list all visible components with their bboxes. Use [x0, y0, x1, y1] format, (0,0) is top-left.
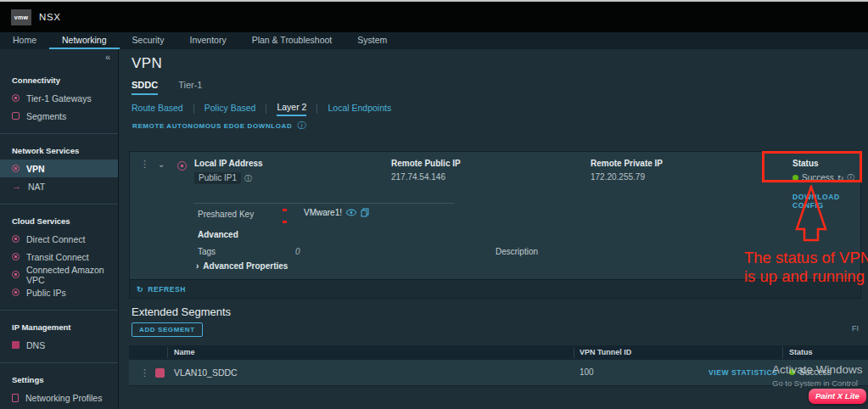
view-statistics-link[interactable]: VIEW STATISTICS: [708, 368, 777, 377]
tab-tier1[interactable]: Tier-1: [178, 80, 202, 95]
product-name: NSX: [39, 12, 60, 22]
sidebar-item-public-ips[interactable]: Public IPs: [0, 283, 118, 301]
show-password-icon[interactable]: [346, 209, 356, 216]
section-network-services: Network Services VPN → NAT: [0, 134, 118, 204]
nav-home[interactable]: Home: [0, 32, 49, 49]
dns-icon: [12, 341, 20, 349]
preshared-key-field[interactable]: VMware1!: [304, 208, 369, 217]
transit-connect-icon: [12, 253, 20, 261]
sidebar-item-tier1-gateways[interactable]: Tier-1 Gateways: [0, 89, 118, 107]
sidebar-item-label: Connected Amazon VPC: [26, 265, 118, 285]
section-title: Network Services: [0, 138, 118, 160]
annotation-text: The status of VPN is up and running: [744, 249, 868, 285]
copy-icon[interactable]: [361, 208, 369, 217]
col-remote-private-ip: Remote Private IP 172.20.255.79: [591, 159, 663, 182]
nav-system[interactable]: System: [344, 32, 400, 49]
sidebar-item-networking-profiles[interactable]: Networking Profiles: [0, 389, 118, 406]
annotation-up-arrow: [792, 185, 830, 243]
subtab-local-endpoints[interactable]: Local Endpoints: [328, 103, 391, 115]
sidebar-item-label: Networking Profiles: [25, 393, 102, 403]
segments-table-header: Name VPN Tunnel ID Status: [129, 345, 868, 360]
subtab-layer-2[interactable]: Layer 2: [277, 102, 306, 116]
tab-sddc[interactable]: SDDC: [132, 80, 158, 95]
tags-value: 0: [295, 247, 300, 256]
column-vpn-tunnel-id: VPN Tunnel ID: [580, 348, 631, 356]
preshared-key-value: VMware1!: [304, 208, 342, 217]
session-icon: [177, 161, 187, 171]
remote-private-ip-value: 172.20.255.79: [591, 172, 663, 182]
top-bar: vmw NSX: [0, 0, 868, 32]
col-local-ip: Local IP Address Public IP1 ⓘ: [194, 159, 263, 184]
subtab-route-based[interactable]: Route Based: [132, 103, 183, 115]
page-title: VPN: [132, 55, 162, 72]
advanced-label: Advanced: [198, 230, 238, 239]
filter-label-clipped[interactable]: FI: [852, 324, 859, 333]
description-label: Description: [496, 247, 538, 256]
annotation-line-1: The status of VPN: [744, 249, 868, 267]
tags-label: Tags: [198, 247, 216, 256]
advanced-properties-toggle[interactable]: › Advanced Properties: [196, 261, 288, 271]
nsx-vpn-screen: { "topbar": { "logo": "vmw", "product": …: [0, 0, 868, 409]
advanced-properties-label: Advanced Properties: [203, 261, 288, 271]
sidebar-item-label: DNS: [26, 340, 45, 350]
divider: [193, 104, 194, 114]
sidebar-item-segments[interactable]: Segments: [0, 107, 118, 125]
divider: [782, 347, 783, 358]
refresh-icon[interactable]: ↻: [137, 285, 143, 294]
sidebar-item-vpn[interactable]: VPN: [0, 160, 118, 177]
divider: [167, 347, 168, 358]
preshared-key-label: Preshared Key: [198, 210, 254, 219]
local-ip-header: Local IP Address: [194, 159, 263, 168]
sidebar-item-dns[interactable]: DNS: [0, 336, 118, 354]
divider: [574, 347, 574, 358]
section-title: Cloud Services: [0, 209, 118, 230]
annotation-line-2: is up and running: [744, 267, 868, 286]
sidebar-item-label: VPN: [26, 164, 45, 174]
info-icon[interactable]: ⓘ: [244, 173, 252, 184]
subtab-policy-based[interactable]: Policy Based: [204, 103, 256, 115]
kebab-menu-icon[interactable]: ⋮: [140, 367, 149, 378]
sidebar-item-nat[interactable]: → NAT: [0, 177, 118, 195]
info-icon[interactable]: ⓘ: [297, 120, 305, 132]
section-settings: Settings Networking Profiles Global Conf…: [0, 363, 118, 409]
nav-plan-troubleshoot[interactable]: Plan & Troubleshoot: [239, 32, 345, 49]
segment-row[interactable]: ⋮ VLAN10_SDDC 100 VIEW STATISTICS Succes…: [129, 360, 868, 386]
segment-icon: [155, 368, 165, 378]
nav-inventory[interactable]: Inventory: [176, 32, 238, 49]
profiles-icon: [12, 394, 19, 402]
chevron-down-icon[interactable]: ⌄: [158, 160, 165, 169]
segment-name: VLAN10_SDDC: [174, 367, 238, 378]
nat-icon: →: [12, 182, 21, 190]
vpn-tabs: SDDC Tier-1: [132, 80, 203, 95]
sidebar-item-direct-connect[interactable]: Direct Connect: [0, 230, 118, 248]
sidebar-item-label: Segments: [26, 111, 66, 121]
nav-networking[interactable]: Networking: [49, 32, 120, 49]
sidebar-item-connected-amazon-vpc[interactable]: Connected Amazon VPC: [0, 266, 118, 283]
sidebar-item-label: Tier-1 Gateways: [26, 93, 92, 104]
nav-security[interactable]: Security: [120, 32, 177, 49]
chevron-right-icon: ›: [196, 261, 199, 271]
remote-edge-download-label: REMOTE AUTONOMOUS EDGE DOWNLOAD: [132, 122, 292, 130]
sidebar-item-label: NAT: [28, 182, 45, 192]
remote-edge-download-link[interactable]: REMOTE AUTONOMOUS EDGE DOWNLOAD ⓘ: [132, 120, 305, 132]
vmware-logo: vmw: [11, 9, 31, 25]
sidebar-collapse-icon[interactable]: «: [0, 49, 118, 64]
sidebar-item-label: Transit Connect: [26, 252, 89, 262]
segments-icon: [12, 112, 20, 120]
divider: [316, 104, 317, 114]
kebab-menu-icon[interactable]: ⋮: [140, 159, 149, 170]
remote-public-ip-header: Remote Public IP: [391, 159, 461, 168]
divider: [266, 104, 266, 114]
public-ips-icon: [12, 289, 20, 296]
section-title: Settings: [0, 367, 118, 389]
annotation-highlight-rect: [762, 151, 862, 182]
col-remote-public-ip: Remote Public IP 217.74.54.146: [391, 159, 461, 182]
activate-windows-watermark: Activate Windows: [772, 363, 863, 376]
sidebar-item-transit-connect[interactable]: Transit Connect: [0, 248, 118, 266]
divider: [194, 203, 454, 204]
remote-public-ip-value: 217.74.54.146: [391, 172, 461, 182]
sidebar-item-label: Direct Connect: [26, 234, 85, 244]
paint-x-lite-badge: Paint X Lite: [809, 389, 866, 404]
refresh-link[interactable]: REFRESH: [148, 285, 186, 294]
add-segment-button[interactable]: ADD SEGMENT: [132, 322, 203, 337]
